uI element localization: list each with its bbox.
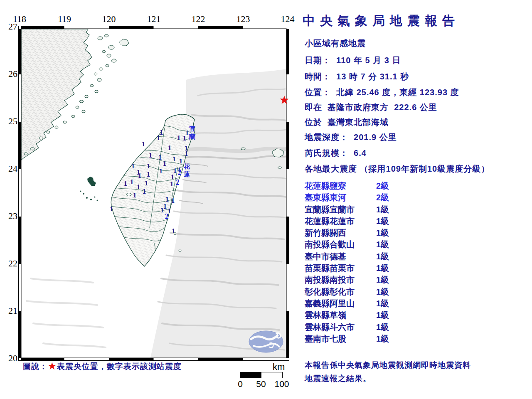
station-name: 南投縣南投市 [305, 275, 355, 284]
station-name: 宜蘭縣宜蘭市 [305, 205, 355, 214]
report-category: 小區域有感地震 [305, 38, 366, 49]
station-intensity: 1級 [376, 322, 389, 333]
report-time: 時間： 13 時 7 分 31.1 秒 [305, 71, 409, 82]
intensity-1-marker: 1 [179, 158, 183, 165]
intensity-1-marker: 1 [171, 173, 175, 180]
report-title: 中央氣象局地震報告 [303, 12, 460, 30]
station-row: 雲林縣斗六市 1級 [305, 322, 413, 333]
lat-tick-label: 22 [1, 258, 17, 269]
intensity-1-marker: 1 [110, 205, 113, 212]
report-region: 位於 臺灣東北部海域 [305, 117, 389, 128]
epicenter-star-glyph: ★ [48, 361, 57, 371]
station-row: 苗栗縣苗栗市 1級 [305, 263, 413, 274]
intensity-1-marker: 1 [147, 163, 150, 170]
scalebar-tick-label: 50 [256, 379, 266, 389]
intensity-1-marker: 1 [160, 207, 164, 214]
station-row: 雲林縣草嶺 1級 [305, 310, 413, 321]
station-row: 花蓮縣鹽寮 2級 [305, 180, 413, 192]
city-label: 宜蘭 [189, 125, 196, 141]
station-row: 臺南市七股 1級 [305, 333, 413, 345]
station-intensity-list: 花蓮縣鹽寮 2級 臺東縣東河 2級 宜蘭縣宜蘭市 1級 花蓮縣花蓮市 1級 新竹… [305, 180, 413, 345]
station-intensity: 1級 [376, 227, 389, 239]
lon-tick-label: 121 [147, 14, 161, 25]
station-row: 南投縣合歡山 1級 [305, 239, 413, 251]
lon-tick-label: 120 [102, 14, 116, 25]
station-name: 花蓮縣鹽寮 [305, 181, 346, 190]
station-intensity: 1級 [376, 239, 389, 250]
lon-tick-label: 119 [58, 14, 71, 25]
intensity-1-marker: 1 [172, 155, 176, 163]
station-row: 臺東縣東河 2級 [305, 192, 413, 204]
report-date: 日期： 110 年 5 月 3 日 [305, 55, 401, 66]
station-name: 臺中市德基 [305, 252, 346, 261]
lat-tick-label: 27 [1, 21, 17, 32]
scalebar-filled-segment [240, 372, 262, 378]
footer-note-line2: 地震速報之結果。 [305, 373, 371, 384]
legend-prefix: 圖說： [23, 362, 48, 371]
footer-note-line1: 本報告係中央氣象局地震觀測網即時地震資料 [305, 360, 471, 371]
station-intensity: 2級 [376, 192, 389, 203]
intensity-1-marker: 1 [133, 192, 137, 199]
intensity-1-marker: 1 [130, 178, 134, 185]
scalebar-unit: km [273, 362, 285, 372]
station-intensity: 1級 [376, 216, 389, 227]
station-row: 嘉義縣阿里山 1級 [305, 298, 413, 310]
report-depth: 地震深度： 201.9 公里 [305, 132, 397, 143]
station-name: 嘉義縣阿里山 [305, 299, 355, 308]
lon-tick-label: 124 [281, 14, 295, 25]
intensity-1-marker: 1 [163, 160, 167, 167]
intensity-1-marker: 1 [131, 163, 135, 170]
station-intensity: 1級 [376, 263, 389, 274]
report-location: 位置： 北緯 25.46 度，東經 123.93 度 [305, 87, 459, 98]
station-name: 臺東縣東河 [305, 193, 346, 202]
scalebar-tick-label: 0 [238, 379, 243, 389]
station-row: 彰化縣彰化市 1級 [305, 286, 413, 298]
station-intensity: 1級 [376, 310, 389, 321]
intensity-1-marker: 1 [137, 183, 140, 190]
station-row: 宜蘭縣宜蘭市 1級 [305, 204, 413, 216]
lat-tick-label: 23 [1, 211, 17, 222]
intensity-2-marker: 2 [165, 213, 169, 220]
station-intensity: 1級 [376, 204, 389, 215]
scalebar-empty-segment [261, 372, 283, 378]
intensity-1-marker: 1 [149, 152, 153, 159]
intensity-1-marker: 1 [124, 180, 128, 187]
station-intensity: 1級 [376, 274, 389, 286]
station-intensity: 1級 [376, 298, 389, 309]
report-magnitude: 芮氏規模： 6.4 [305, 148, 367, 159]
intensity-2-marker: 2 [176, 179, 180, 186]
station-name: 臺南市七股 [305, 334, 346, 343]
intensity-1-marker: 1 [157, 134, 160, 141]
intensity-1-marker: 1 [168, 144, 172, 151]
legend-text: 表震央位置，數字表示該測站震度 [57, 362, 182, 371]
station-name: 雲林縣斗六市 [305, 323, 355, 332]
intensity-1-marker: 1 [147, 171, 150, 178]
cwb-logo-watermark [249, 331, 283, 352]
lat-tick-label: 25 [1, 116, 17, 127]
report-reference: 即在 基隆市政府東方 222.6 公里 [305, 102, 437, 113]
intensity-1-marker: 1 [165, 196, 169, 203]
intensity-1-marker: 1 [145, 180, 148, 187]
station-name: 南投縣合歡山 [305, 240, 355, 249]
station-row: 花蓮縣花蓮市 1級 [305, 216, 413, 227]
intensity-1-marker: 1 [172, 227, 175, 234]
earthquake-report-page: 118119120121122123124 2726252423222120 1… [0, 0, 532, 399]
lon-tick-label: 122 [192, 14, 205, 25]
intensity-header: 各地最大震度 （採用109年新制10級震度分級） [305, 163, 490, 175]
intensity-1-marker: 1 [158, 154, 162, 161]
intensity-1-marker: 1 [142, 140, 145, 148]
station-name: 苗栗縣苗栗市 [305, 264, 355, 273]
intensity-1-marker: 1 [185, 150, 188, 157]
taiwan-region-map [18, 26, 289, 361]
intensity-1-marker: 1 [138, 172, 142, 179]
station-intensity: 2級 [376, 180, 389, 192]
station-intensity: 1級 [376, 286, 389, 298]
lat-tick-label: 24 [1, 163, 17, 174]
station-name: 雲林縣草嶺 [305, 310, 346, 320]
lat-tick-label: 26 [1, 69, 17, 79]
intensity-1-marker: 1 [170, 180, 174, 187]
intensity-1-marker: 1 [143, 188, 146, 195]
station-name: 彰化縣彰化市 [305, 287, 355, 296]
lat-tick-label: 20 [1, 353, 17, 364]
lat-tick-label: 21 [1, 305, 17, 316]
